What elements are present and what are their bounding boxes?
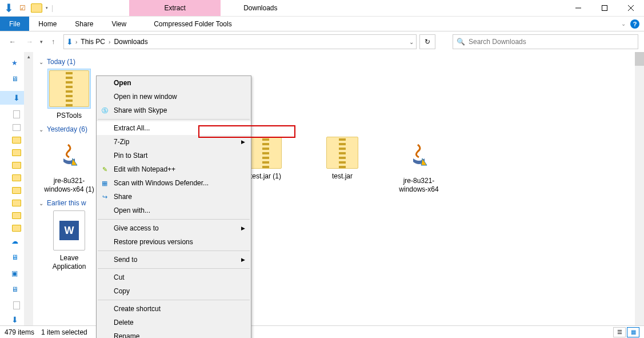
status-selection: 1 item selected <box>41 328 87 336</box>
help-icon[interactable]: ? <box>630 19 639 29</box>
address-bar[interactable]: ⬇ › This PC › Downloads ⌄ <box>63 34 417 49</box>
history-dropdown-icon[interactable]: ▾ <box>40 39 43 45</box>
ctx-open-with[interactable]: Open with... <box>97 204 251 217</box>
maximize-button[interactable] <box>591 0 618 16</box>
svg-rect-1 <box>602 6 607 11</box>
downloads-qat-icon[interactable]: ⬇ <box>3 3 14 13</box>
folder-nav-icon[interactable] <box>12 187 21 194</box>
window-title: Downloads <box>221 0 565 16</box>
file-tile[interactable]: jre-8u321-windows-x64 (1) <box>43 137 95 193</box>
refresh-button[interactable]: ↻ <box>419 34 435 49</box>
ctx-separator <box>98 119 250 120</box>
ctx-separator <box>98 268 250 269</box>
chevron-down-icon[interactable]: ⌄ <box>39 126 43 133</box>
file-tile[interactable]: W Leave Application <box>43 210 95 271</box>
breadcrumb-this-pc[interactable]: This PC <box>79 38 106 46</box>
navigation-pane[interactable]: ▴ ★ 🖥 ⬇ ☁ 🖥 ▣ 🖥 ⬇ <box>0 52 33 325</box>
quick-access-icon[interactable]: ★ <box>11 59 22 69</box>
ctx-send-to[interactable]: Send to <box>97 253 251 267</box>
jar-icon <box>401 137 437 173</box>
ctx-create-shortcut[interactable]: Create shortcut <box>97 302 251 316</box>
folder-nav-icon[interactable] <box>12 137 21 144</box>
ctx-rename[interactable]: Rename <box>97 329 251 338</box>
ctx-share[interactable]: ↪Share <box>97 190 251 204</box>
minimize-button[interactable] <box>565 0 591 16</box>
chevron-down-icon[interactable]: ⌄ <box>39 59 43 65</box>
close-button[interactable] <box>618 0 644 16</box>
folder-nav-icon[interactable] <box>12 174 21 181</box>
search-box[interactable]: 🔍 <box>453 34 638 49</box>
share-icon: ↪ <box>100 192 109 201</box>
group-header-today[interactable]: ⌄ Today (1) <box>33 52 644 69</box>
large-icons-view-button[interactable]: ▦ <box>627 327 639 337</box>
tab-home[interactable]: Home <box>29 17 66 31</box>
window-controls <box>565 0 644 16</box>
ctx-give-access-to[interactable]: Give access to <box>97 221 251 235</box>
chevron-down-icon[interactable]: ⌄ <box>39 200 43 206</box>
folder-nav-icon[interactable] <box>12 200 21 206</box>
tab-view[interactable]: View <box>102 17 135 31</box>
breadcrumb-downloads[interactable]: Downloads <box>113 38 149 46</box>
group-label: Earlier this w <box>47 199 86 207</box>
ctx-separator <box>98 219 250 220</box>
documents2-nav-icon[interactable] <box>13 301 20 309</box>
ctx-scan-defender[interactable]: ▦Scan with Windows Defender... <box>97 176 251 190</box>
folder-nav-icon[interactable] <box>12 225 21 232</box>
folder-nav-icon[interactable] <box>12 149 21 156</box>
ctx-extract-all[interactable]: Extract All... <box>97 121 251 135</box>
ribbon-tabs: File Home Share View Compressed Folder T… <box>0 17 644 31</box>
objects-nav-icon[interactable]: ▣ <box>11 269 22 280</box>
up-button[interactable]: ↑ <box>46 35 60 49</box>
ctx-open[interactable]: Open <box>97 76 251 90</box>
folder-nav-icon[interactable] <box>12 212 21 219</box>
quick-access-toolbar: ⬇ ☑ ▾ | <box>0 0 57 16</box>
forward-button[interactable]: → <box>23 35 37 49</box>
address-dropdown-icon[interactable]: ⌄ <box>409 39 414 45</box>
folder-nav-icon[interactable] <box>12 162 21 169</box>
ctx-pin-to-start[interactable]: Pin to Start <box>97 149 251 162</box>
onedrive-nav-icon[interactable]: ☁ <box>11 237 22 248</box>
group-label: Yesterday (6) <box>47 125 87 133</box>
jar-icon <box>51 137 87 173</box>
desktop-nav-icon[interactable]: 🖥 <box>11 75 22 85</box>
chevron-right-icon[interactable]: › <box>75 39 77 45</box>
qat-dropdown-icon[interactable]: ▾ <box>46 6 48 10</box>
navpane-scrollbar[interactable]: ▴ <box>24 52 33 325</box>
ctx-copy[interactable]: Copy <box>97 284 251 298</box>
content-scrollbar[interactable] <box>635 52 644 325</box>
new-folder-qat-icon[interactable] <box>31 3 42 13</box>
skype-icon: Ⓢ <box>100 106 109 115</box>
tab-compressed-folder-tools[interactable]: Compressed Folder Tools <box>145 17 241 31</box>
search-icon: 🔍 <box>457 38 465 46</box>
search-input[interactable] <box>469 38 634 46</box>
properties-qat-icon[interactable]: ☑ <box>17 3 27 13</box>
file-name-label: test.jar <box>332 172 353 180</box>
tab-share[interactable]: Share <box>66 17 102 31</box>
ctx-cut[interactable]: Cut <box>97 271 251 284</box>
documents-nav-icon[interactable] <box>13 110 20 118</box>
ctx-edit-notepadpp[interactable]: ✎Edit with Notepad++ <box>97 162 251 176</box>
ctx-7zip[interactable]: 7-Zip <box>97 135 251 149</box>
ribbon-collapse-icon[interactable]: ⌄ <box>621 21 626 27</box>
scroll-up-icon[interactable]: ▴ <box>24 52 33 61</box>
ctx-delete[interactable]: Delete <box>97 316 251 329</box>
titlebar: ⬇ ☑ ▾ | Extract Downloads <box>0 0 644 17</box>
ctx-restore-previous[interactable]: Restore previous versions <box>97 235 251 249</box>
pictures-nav-icon[interactable] <box>13 124 21 131</box>
status-item-count: 479 items <box>5 328 34 336</box>
tab-file[interactable]: File <box>0 17 29 31</box>
this-pc-nav-icon[interactable]: 🖥 <box>11 253 22 264</box>
file-name-label: Leave Application <box>43 254 95 271</box>
scrollbar-thumb[interactable] <box>635 52 644 66</box>
ctx-open-new-window[interactable]: Open in new window <box>97 90 251 104</box>
file-tile-pstools[interactable]: PSTools <box>43 69 95 120</box>
file-tile[interactable]: jre-8u321-windows-x64 <box>393 137 445 193</box>
file-name-label: jre-8u321-windows-x64 (1) <box>43 177 95 193</box>
back-button[interactable]: ← <box>6 35 19 49</box>
downloads2-nav-icon[interactable]: ⬇ <box>11 315 22 325</box>
desktop2-nav-icon[interactable]: 🖥 <box>11 285 22 296</box>
ctx-share-skype[interactable]: ⓈShare with Skype <box>97 104 251 117</box>
details-view-button[interactable]: ☰ <box>613 327 626 337</box>
chevron-right-icon[interactable]: › <box>109 39 110 45</box>
file-tile[interactable]: test.jar <box>317 137 368 193</box>
